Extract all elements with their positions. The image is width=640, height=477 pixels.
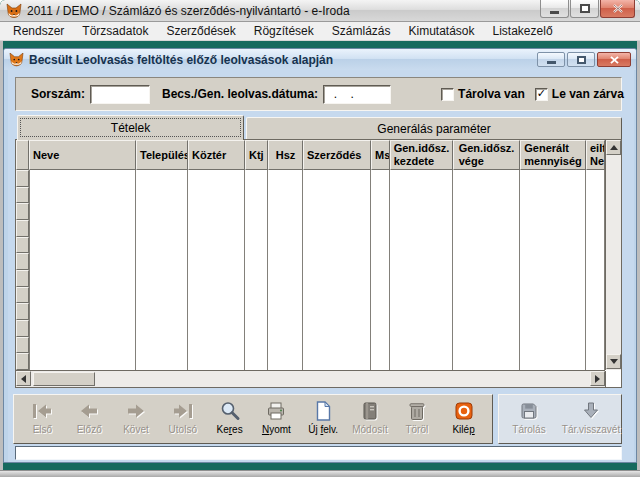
grid-column-header[interactable]: Ktj	[245, 140, 268, 170]
scroll-up-button[interactable]	[606, 140, 621, 155]
child-window-titlebar: Becsült Leolvasás feltöltés előző leolva…	[4, 49, 636, 70]
checkbox-box-icon	[535, 88, 548, 101]
row-selector-cell[interactable]	[16, 337, 29, 354]
row-selector-cell[interactable]	[16, 220, 29, 237]
application-window: 2011 / DEMO / Számlázó és szerződés-nyil…	[0, 0, 640, 477]
child-restore-button[interactable]	[567, 52, 595, 67]
store-button[interactable]: Tárolás	[500, 396, 558, 442]
menu-item-kimutatasok[interactable]: Kimutatások	[399, 22, 483, 40]
last-arrow-icon	[172, 400, 194, 422]
button-label: Tár.visszavét	[562, 424, 620, 435]
menu-item-szamlazas[interactable]: Számlázás	[323, 22, 400, 40]
fox-icon	[9, 53, 24, 67]
button-label: Nyomt	[262, 424, 291, 435]
floppy-icon	[518, 400, 540, 422]
grid-column-header[interactable]: Gen.idősz. vége	[453, 140, 520, 170]
last-button[interactable]: Utolsó	[160, 396, 205, 442]
exit-button[interactable]: Kilép	[441, 396, 486, 442]
grid-vertical-scrollbar[interactable]	[605, 140, 621, 370]
grid-column-divider	[452, 170, 453, 370]
grid-column-divider	[389, 170, 390, 370]
row-selector-cell[interactable]	[16, 270, 29, 287]
row-selector-cell[interactable]	[16, 287, 29, 304]
row-selector-cell[interactable]	[16, 203, 29, 220]
menu-item-rendszer[interactable]: Rendszer	[4, 22, 73, 40]
arrow-down-icon	[610, 359, 618, 364]
horizontal-scroll-thumb[interactable]	[33, 372, 95, 386]
button-label: Új felv.	[308, 424, 338, 435]
maximize-button[interactable]	[570, 0, 599, 18]
arrow-up-icon	[610, 145, 618, 150]
grid-column-divider	[267, 170, 268, 370]
new-page-icon	[312, 400, 334, 422]
window-title: 2011 / DEMO / Számlázó és szerződés-nyil…	[27, 4, 350, 18]
grid-body[interactable]	[16, 170, 605, 370]
modify-button[interactable]: Módosít	[348, 396, 393, 442]
button-label: Követ	[123, 424, 149, 435]
row-selector-cell[interactable]	[16, 237, 29, 254]
close-button[interactable]	[600, 0, 635, 18]
grid-column-divider	[519, 170, 520, 370]
row-selector-cell[interactable]	[16, 303, 29, 320]
next-arrow-icon	[125, 400, 147, 422]
navigation-toolbar: ElsőElőzőKövetUtolsóKeresNyomtÚj felv.Mó…	[13, 394, 493, 444]
datum-input[interactable]	[323, 85, 391, 104]
tab-label: Generálás paraméter	[377, 122, 490, 136]
new-record-button[interactable]: Új felv.	[301, 396, 346, 442]
row-selector-cell[interactable]	[16, 170, 29, 187]
grid-column-header[interactable]: Gen.idősz. kezdete	[390, 140, 453, 170]
button-label: Keres	[217, 424, 243, 435]
menu-item-listakezelo[interactable]: Listakezelő	[484, 22, 562, 40]
maximize-icon	[580, 4, 590, 13]
scroll-right-button[interactable]	[590, 371, 605, 386]
tab-tetelek[interactable]: Tételek	[17, 115, 244, 140]
lezarva-checkbox[interactable]: Le van zárva	[535, 87, 624, 101]
grid-column-header[interactable]: eiltv Nem	[586, 140, 605, 170]
button-label: Tárolás	[512, 424, 545, 435]
grid-selector-header	[16, 140, 29, 170]
first-button[interactable]: Első	[20, 396, 65, 442]
grid-column-header[interactable]: Generált mennyiség	[520, 140, 586, 170]
row-selector-cell[interactable]	[16, 353, 29, 370]
child-window-client: Sorszám: Becs./Gen. leolvas.dátuma: Táro…	[8, 70, 634, 462]
previous-button[interactable]: Előző	[67, 396, 112, 442]
grid-column-header[interactable]: Szerződés	[303, 140, 371, 170]
row-selector-cell[interactable]	[16, 320, 29, 337]
button-label: Előző	[77, 424, 102, 435]
child-close-button[interactable]	[597, 52, 631, 67]
tarolva-checkbox[interactable]: Tárolva van	[441, 87, 525, 101]
grid-horizontal-scrollbar[interactable]	[16, 370, 605, 387]
grid-column-divider	[302, 170, 303, 370]
row-selector-cell[interactable]	[16, 187, 29, 204]
row-selector-cell[interactable]	[16, 253, 29, 270]
scroll-down-button[interactable]	[606, 354, 621, 369]
tab-generalas-parameter[interactable]: Generálás paraméter	[246, 117, 622, 140]
grid-column-header[interactable]: Neve	[29, 140, 136, 170]
grid-column-header[interactable]: Település	[136, 140, 188, 170]
status-strip	[15, 446, 622, 460]
minimize-button[interactable]	[540, 0, 569, 18]
grid-column-divider	[585, 170, 586, 370]
magnifier-icon	[219, 400, 241, 422]
delete-button[interactable]: Töröl	[394, 396, 439, 442]
button-label: Kilép	[452, 424, 474, 435]
window-titlebar: 2011 / DEMO / Számlázó és szerződés-nyil…	[0, 0, 640, 22]
print-button[interactable]: Nyomt	[254, 396, 299, 442]
results-grid[interactable]: NeveTelepülésKöztérKtjHszSzerződésMsGen.…	[15, 139, 622, 388]
store-revert-button[interactable]: Tár.visszavét	[562, 396, 620, 442]
child-minimize-button[interactable]	[537, 52, 565, 67]
next-button[interactable]: Követ	[114, 396, 159, 442]
grid-column-divider	[244, 170, 245, 370]
grid-column-header[interactable]: Ms	[371, 140, 390, 170]
sorszam-input[interactable]	[90, 85, 150, 104]
menu-item-rogzitesek[interactable]: Rögzítések	[245, 22, 323, 40]
menu-item-szerzodesek[interactable]: Szerződések	[157, 22, 244, 40]
search-button[interactable]: Keres	[207, 396, 252, 442]
grid-column-header[interactable]: Hsz	[268, 140, 303, 170]
grid-column-header[interactable]: Köztér	[188, 140, 245, 170]
scroll-left-button[interactable]	[16, 371, 31, 386]
grid-column-divider	[29, 170, 30, 370]
sorszam-label: Sorszám:	[31, 87, 85, 101]
button-label: Első	[33, 424, 52, 435]
menu-item-torzsadatok[interactable]: Törzsadatok	[73, 22, 157, 40]
